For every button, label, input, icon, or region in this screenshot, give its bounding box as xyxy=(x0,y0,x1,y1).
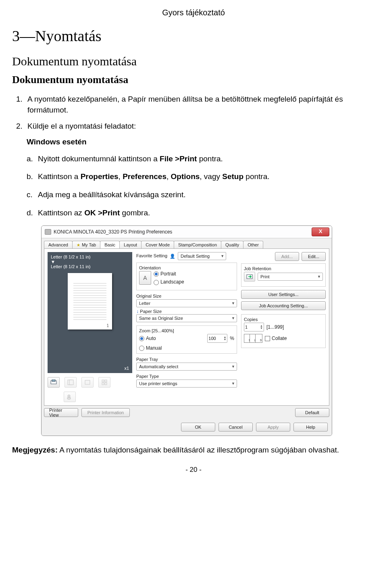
tab-other[interactable]: Other xyxy=(243,241,263,248)
page-number: - 20 - xyxy=(12,466,375,474)
note-text: A nyomtatás tulajdonságainak beállításár… xyxy=(58,446,339,454)
tab-quality[interactable]: Quality xyxy=(221,241,243,248)
sub-step-b: b. Kattintson a Properties, Preferences,… xyxy=(27,171,375,182)
printer-view-button[interactable]: Printer View xyxy=(44,408,78,417)
tab-body-basic: Letter (8 1/2 x 11 in) ▼ Letter (8 1/2 x… xyxy=(44,248,329,406)
paper-size-label: Paper Size xyxy=(140,309,162,314)
original-size-value: Letter xyxy=(139,301,150,306)
toolbar-icons-row-1 xyxy=(48,377,132,388)
default-button[interactable]: Default xyxy=(295,408,329,417)
printer-information-button[interactable]: Printer Information xyxy=(81,408,130,417)
copies-value: 1 xyxy=(245,325,248,329)
original-size-group: Original Size Letter▼ ↓ Paper Size Same … xyxy=(136,294,237,322)
tab-basic[interactable]: Basic xyxy=(100,241,120,248)
sub-step-a: a. Nyitott dokumentumnál kattintson a Fi… xyxy=(27,154,375,165)
zoom-auto-radio[interactable]: Auto xyxy=(139,336,156,341)
sub-b-b1: Properties xyxy=(81,172,119,181)
sub-b-s1: , xyxy=(119,172,123,181)
tab-advanced[interactable]: Advanced xyxy=(44,241,73,248)
svg-rect-7 xyxy=(102,383,104,385)
svg-rect-4 xyxy=(85,380,90,384)
chevron-down-icon: ▼ xyxy=(231,316,235,320)
windows-subheading: Windows esetén xyxy=(27,138,375,146)
step-1-text: A nyomtató kezelőpanelén, a Papír menübe… xyxy=(27,94,375,115)
landscape-radio[interactable]: Landscape xyxy=(154,279,184,285)
add-favorite-button[interactable]: Add... xyxy=(275,252,299,261)
paper-size-value: Same as Original Size xyxy=(139,316,183,321)
sub-step-d: d. Kattintson az OK >Print gombra. xyxy=(27,208,375,219)
job-retention-value: Print xyxy=(260,274,270,279)
help-button[interactable]: Help xyxy=(293,423,328,432)
preview-dst-size: Letter (8 1/2 x 11 in) xyxy=(51,264,129,269)
tab-strip: Advanced ★My Tab Basic Layout Cover Mode… xyxy=(42,238,332,248)
zoom-manual-radio[interactable]: Manual xyxy=(139,345,162,351)
paper-tray-value: Automatically select xyxy=(139,364,178,369)
tray-icon[interactable] xyxy=(48,377,60,388)
paper-preview: Letter (8 1/2 x 11 in) ▼ Letter (8 1/2 x… xyxy=(48,252,132,373)
close-button[interactable]: X xyxy=(312,227,329,236)
collate-icon: 123 xyxy=(244,334,262,343)
zoom-percent: % xyxy=(230,336,234,341)
sub-a-bold: File >Print xyxy=(160,154,197,163)
apply-button[interactable]: Apply xyxy=(256,423,290,432)
note: Megjegyzés: A nyomtatás tulajdonságainak… xyxy=(12,446,375,455)
sub-a-post: pontra. xyxy=(197,154,223,163)
paper-type-combo[interactable]: Use printer settings▼ xyxy=(136,379,237,388)
copies-range: [1...999] xyxy=(266,324,284,330)
chevron-down-icon: ▼ xyxy=(221,254,224,258)
copies-spinner[interactable]: 1▲▼ xyxy=(244,323,264,332)
dialog-title: KONICA MINOLTA 4020_3320 PS Printing Pre… xyxy=(54,229,172,235)
paper-type-value: Use printer settings xyxy=(139,381,177,386)
job-retention-combo[interactable]: Print▼ xyxy=(258,273,323,281)
tab-mytab[interactable]: ★My Tab xyxy=(72,241,100,248)
sub-d-text: Kattintson az OK >Print gombra. xyxy=(38,208,150,219)
job-retention-label: Job Retention xyxy=(244,266,323,271)
sub-d-marker: d. xyxy=(27,208,38,219)
portrait-radio[interactable]: Portrait xyxy=(154,271,184,277)
heading-1: 3—Nyomtatás xyxy=(12,27,375,45)
step-1-marker: 1. xyxy=(16,94,27,115)
paper-size-combo[interactable]: Same as Original Size▼ xyxy=(136,314,237,322)
favorite-person-icon: 👤 xyxy=(170,254,175,259)
original-size-label: Original Size xyxy=(136,294,237,298)
favorite-setting-combo[interactable]: Default Setting▼ xyxy=(178,252,226,260)
star-icon: ★ xyxy=(77,243,80,247)
dialog-titlebar[interactable]: KONICA MINOLTA 4020_3320 PS Printing Pre… xyxy=(42,226,332,238)
edit-favorite-button[interactable]: Edit... xyxy=(302,252,326,261)
step-2: 2. Küldje el a nyomtatási feladatot: xyxy=(16,121,375,132)
radio-icon xyxy=(139,346,144,351)
svg-rect-5 xyxy=(102,380,104,382)
sub-b-marker: b. xyxy=(27,171,38,182)
ok-button[interactable]: OK xyxy=(181,423,215,432)
collate-checkbox[interactable]: Collate xyxy=(265,336,287,341)
duplex-icon xyxy=(64,377,77,388)
zoom-label: Zoom [25...400%] xyxy=(139,328,234,333)
portrait-label: Portrait xyxy=(160,271,176,277)
orientation-group: Orientation A Portrait Landscape xyxy=(136,263,237,290)
job-accounting-button[interactable]: Job Accounting Setting... xyxy=(241,301,326,310)
tab-cover-mode[interactable]: Cover Mode xyxy=(141,241,174,248)
tab-stamp-composition[interactable]: Stamp/Composition xyxy=(174,241,221,248)
toolbar-icons-row-2 xyxy=(48,392,132,402)
user-settings-button[interactable]: User Settings... xyxy=(241,290,326,299)
zoom-value: 100 xyxy=(208,336,216,341)
orientation-icon: A xyxy=(139,271,151,285)
sub-d-bold: OK >Print xyxy=(84,209,120,217)
svg-rect-6 xyxy=(105,380,107,382)
step-2-marker: 2. xyxy=(16,121,27,132)
original-size-combo[interactable]: Letter▼ xyxy=(136,299,237,307)
cancel-button[interactable]: Cancel xyxy=(218,423,253,432)
chevron-down-icon: ▼ xyxy=(231,382,235,386)
booklet-icon xyxy=(81,377,94,388)
printer-icon xyxy=(45,229,51,235)
preview-arrow-icon: ▼ xyxy=(51,259,129,264)
fav-buttons: Add... Edit... xyxy=(241,252,326,261)
favorite-setting-label: Favorite Setting xyxy=(136,253,167,258)
paper-tray-combo[interactable]: Automatically select▼ xyxy=(136,363,237,371)
sub-b-post: pontra. xyxy=(243,172,269,181)
chevron-down-icon: ▼ xyxy=(231,365,235,369)
dialog-footer: OK Cancel Apply Help xyxy=(42,419,332,436)
sub-c-text: Adja meg a beállításokat kívánsága szeri… xyxy=(38,190,185,200)
tab-layout[interactable]: Layout xyxy=(119,241,141,248)
zoom-value-spinner[interactable]: 100▲▼ xyxy=(207,334,227,343)
